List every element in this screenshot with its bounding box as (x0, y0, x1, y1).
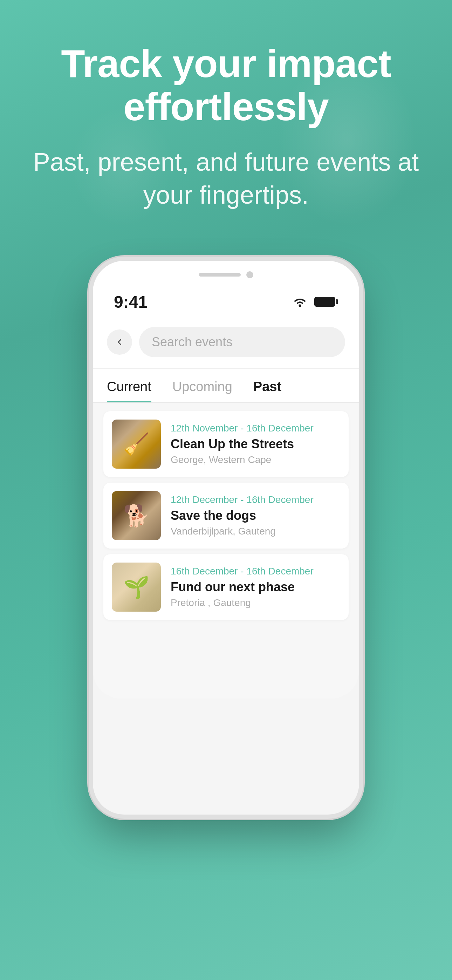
status-bar: 9:41 (93, 278, 359, 318)
event-date-3: 16th December - 16th December (170, 566, 340, 577)
event-location-2: Vanderbijlpark, Gauteng (170, 526, 340, 537)
battery-tip (336, 299, 338, 304)
tabs-row: Current Upcoming Past (93, 369, 359, 403)
event-title-3: Fund our next phase (170, 580, 340, 595)
phone-notch-dot (246, 271, 253, 278)
event-image-3 (112, 563, 161, 612)
event-date-2: 12th December - 16th December (170, 494, 340, 506)
event-location-1: George, Western Cape (170, 454, 340, 466)
status-icons (291, 296, 338, 308)
event-info-2: 12th December - 16th December Save the d… (170, 494, 340, 537)
hero-subtitle: Past, present, and future events at your… (28, 146, 424, 212)
event-card-3[interactable]: 16th December - 16th December Fund our n… (103, 554, 349, 620)
event-card-2[interactable]: 12th December - 16th December Save the d… (103, 483, 349, 549)
phone-wrapper: 9:41 (0, 261, 452, 815)
phone-notch-pill (199, 273, 241, 277)
phone-screen: Search events Current Upcoming Past (93, 318, 359, 628)
event-title-2: Save the dogs (170, 508, 340, 523)
back-button[interactable] (107, 329, 132, 355)
event-location-3: Pretoria , Gauteng (170, 597, 340, 608)
search-input-container[interactable]: Search events (139, 327, 345, 357)
phone-mockup: 9:41 (93, 261, 359, 815)
status-time: 9:41 (114, 292, 148, 312)
hero-section: Track your impact effortlessly Past, pre… (0, 0, 452, 233)
tab-current[interactable]: Current (107, 379, 151, 402)
event-info-1: 12th November - 16th December Clean Up t… (170, 423, 340, 466)
event-date-1: 12th November - 16th December (170, 423, 340, 434)
event-card-1[interactable]: 12th November - 16th December Clean Up t… (103, 411, 349, 477)
phone-bottom (93, 628, 359, 698)
hero-title: Track your impact effortlessly (28, 42, 424, 128)
tab-past[interactable]: Past (253, 379, 282, 402)
tab-upcoming[interactable]: Upcoming (172, 379, 232, 402)
search-bar-area: Search events (93, 318, 359, 369)
events-list: 12th November - 16th December Clean Up t… (93, 403, 359, 628)
event-image-2 (112, 491, 161, 540)
event-title-1: Clean Up the Streets (170, 437, 340, 452)
svg-point-0 (299, 305, 301, 307)
search-input[interactable]: Search events (152, 335, 232, 350)
wifi-icon (291, 296, 309, 308)
event-info-3: 16th December - 16th December Fund our n… (170, 566, 340, 608)
event-image-1 (112, 420, 161, 469)
chevron-left-icon (115, 337, 124, 347)
